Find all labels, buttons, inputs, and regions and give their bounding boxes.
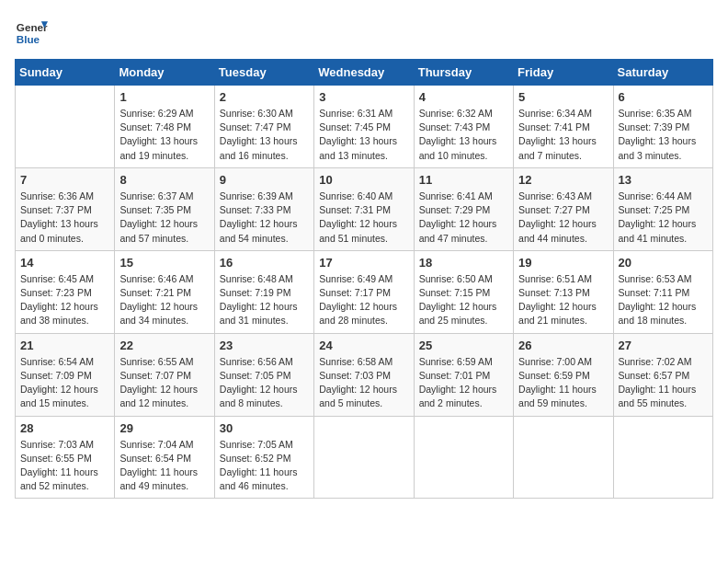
day-info: Sunrise: 6:44 AM Sunset: 7:25 PM Dayligh… <box>619 190 708 246</box>
calendar-cell <box>414 416 513 499</box>
day-number: 2 <box>220 90 309 104</box>
calendar-week-4: 21Sunrise: 6:54 AM Sunset: 7:09 PM Dayli… <box>16 333 713 416</box>
day-info: Sunrise: 6:39 AM Sunset: 7:33 PM Dayligh… <box>220 190 309 246</box>
calendar-header: SundayMondayTuesdayWednesdayThursdayFrid… <box>16 60 713 86</box>
day-number: 8 <box>119 173 209 187</box>
calendar-cell: 15Sunrise: 6:46 AM Sunset: 7:21 PM Dayli… <box>115 250 214 333</box>
day-number: 25 <box>419 339 508 352</box>
calendar-cell: 19Sunrise: 6:51 AM Sunset: 7:13 PM Dayli… <box>514 250 613 333</box>
weekday-sunday: Sunday <box>16 60 115 86</box>
day-info: Sunrise: 6:34 AM Sunset: 7:41 PM Dayligh… <box>518 107 608 163</box>
weekday-thursday: Thursday <box>414 60 513 86</box>
day-info: Sunrise: 6:40 AM Sunset: 7:31 PM Dayligh… <box>319 190 408 246</box>
day-info: Sunrise: 6:29 AM Sunset: 7:48 PM Dayligh… <box>119 107 209 163</box>
day-number: 7 <box>20 173 109 187</box>
calendar-cell: 18Sunrise: 6:50 AM Sunset: 7:15 PM Dayli… <box>414 250 513 333</box>
day-info: Sunrise: 6:32 AM Sunset: 7:43 PM Dayligh… <box>419 107 508 163</box>
calendar-cell: 6Sunrise: 6:35 AM Sunset: 7:39 PM Daylig… <box>613 86 712 168</box>
calendar-cell: 30Sunrise: 7:05 AM Sunset: 6:52 PM Dayli… <box>214 416 313 499</box>
calendar-body: 1Sunrise: 6:29 AM Sunset: 7:48 PM Daylig… <box>16 86 713 499</box>
day-info: Sunrise: 6:55 AM Sunset: 7:07 PM Dayligh… <box>119 355 209 411</box>
day-number: 4 <box>419 90 508 104</box>
day-number: 1 <box>119 90 209 104</box>
day-info: Sunrise: 7:04 AM Sunset: 6:54 PM Dayligh… <box>119 438 209 494</box>
day-info: Sunrise: 6:31 AM Sunset: 7:45 PM Dayligh… <box>319 107 408 163</box>
calendar-cell: 12Sunrise: 6:43 AM Sunset: 7:27 PM Dayli… <box>514 167 613 250</box>
day-info: Sunrise: 6:41 AM Sunset: 7:29 PM Dayligh… <box>419 190 508 246</box>
day-number: 30 <box>220 421 309 435</box>
day-info: Sunrise: 6:53 AM Sunset: 7:11 PM Dayligh… <box>619 272 708 328</box>
calendar-cell <box>514 416 613 499</box>
day-info: Sunrise: 7:03 AM Sunset: 6:55 PM Dayligh… <box>20 438 109 494</box>
calendar-cell: 13Sunrise: 6:44 AM Sunset: 7:25 PM Dayli… <box>613 167 712 250</box>
day-number: 21 <box>20 339 109 352</box>
calendar-cell: 27Sunrise: 7:02 AM Sunset: 6:57 PM Dayli… <box>613 333 712 416</box>
day-number: 26 <box>518 339 608 352</box>
day-info: Sunrise: 6:48 AM Sunset: 7:19 PM Dayligh… <box>220 272 309 328</box>
calendar-cell <box>613 416 712 499</box>
day-number: 15 <box>119 256 209 270</box>
calendar-cell: 29Sunrise: 7:04 AM Sunset: 6:54 PM Dayli… <box>115 416 214 499</box>
calendar-cell: 9Sunrise: 6:39 AM Sunset: 7:33 PM Daylig… <box>214 167 313 250</box>
day-info: Sunrise: 6:37 AM Sunset: 7:35 PM Dayligh… <box>119 190 209 246</box>
weekday-monday: Monday <box>115 60 214 86</box>
calendar-week-1: 1Sunrise: 6:29 AM Sunset: 7:48 PM Daylig… <box>16 86 713 168</box>
calendar-cell: 25Sunrise: 6:59 AM Sunset: 7:01 PM Dayli… <box>414 333 513 416</box>
day-info: Sunrise: 6:51 AM Sunset: 7:13 PM Dayligh… <box>518 272 608 328</box>
calendar-cell: 17Sunrise: 6:49 AM Sunset: 7:17 PM Dayli… <box>314 250 414 333</box>
calendar-cell: 26Sunrise: 7:00 AM Sunset: 6:59 PM Dayli… <box>514 333 613 416</box>
day-number: 11 <box>419 173 508 187</box>
calendar-cell: 3Sunrise: 6:31 AM Sunset: 7:45 PM Daylig… <box>314 86 414 168</box>
calendar-cell: 23Sunrise: 6:56 AM Sunset: 7:05 PM Dayli… <box>214 333 313 416</box>
calendar-cell: 1Sunrise: 6:29 AM Sunset: 7:48 PM Daylig… <box>115 86 214 168</box>
calendar-cell <box>16 86 115 168</box>
calendar-cell: 7Sunrise: 6:36 AM Sunset: 7:37 PM Daylig… <box>16 167 115 250</box>
calendar-cell <box>314 416 414 499</box>
day-number: 24 <box>319 339 408 352</box>
day-number: 27 <box>619 339 708 352</box>
day-number: 22 <box>119 339 209 352</box>
day-number: 9 <box>220 173 309 187</box>
day-info: Sunrise: 6:56 AM Sunset: 7:05 PM Dayligh… <box>220 355 309 411</box>
calendar-cell: 5Sunrise: 6:34 AM Sunset: 7:41 PM Daylig… <box>514 86 613 168</box>
calendar-cell: 11Sunrise: 6:41 AM Sunset: 7:29 PM Dayli… <box>414 167 513 250</box>
calendar-cell: 2Sunrise: 6:30 AM Sunset: 7:47 PM Daylig… <box>214 86 313 168</box>
day-info: Sunrise: 6:36 AM Sunset: 7:37 PM Dayligh… <box>20 190 109 246</box>
day-number: 14 <box>20 256 109 270</box>
weekday-friday: Friday <box>514 60 613 86</box>
calendar-week-2: 7Sunrise: 6:36 AM Sunset: 7:37 PM Daylig… <box>16 167 713 250</box>
logo: General Blue <box>15 15 48 48</box>
svg-text:Blue: Blue <box>17 33 40 45</box>
day-info: Sunrise: 7:02 AM Sunset: 6:57 PM Dayligh… <box>619 355 708 411</box>
day-info: Sunrise: 6:35 AM Sunset: 7:39 PM Dayligh… <box>619 107 708 163</box>
calendar-cell: 21Sunrise: 6:54 AM Sunset: 7:09 PM Dayli… <box>16 333 115 416</box>
calendar-cell: 16Sunrise: 6:48 AM Sunset: 7:19 PM Dayli… <box>214 250 313 333</box>
calendar-cell: 14Sunrise: 6:45 AM Sunset: 7:23 PM Dayli… <box>16 250 115 333</box>
weekday-wednesday: Wednesday <box>314 60 414 86</box>
day-number: 28 <box>20 421 109 435</box>
day-info: Sunrise: 6:43 AM Sunset: 7:27 PM Dayligh… <box>518 190 608 246</box>
day-number: 17 <box>319 256 408 270</box>
calendar-cell: 10Sunrise: 6:40 AM Sunset: 7:31 PM Dayli… <box>314 167 414 250</box>
day-info: Sunrise: 6:49 AM Sunset: 7:17 PM Dayligh… <box>319 272 408 328</box>
day-number: 19 <box>518 256 608 270</box>
day-info: Sunrise: 6:50 AM Sunset: 7:15 PM Dayligh… <box>419 272 508 328</box>
day-number: 6 <box>619 90 708 104</box>
calendar-week-5: 28Sunrise: 7:03 AM Sunset: 6:55 PM Dayli… <box>16 416 713 499</box>
calendar-cell: 20Sunrise: 6:53 AM Sunset: 7:11 PM Dayli… <box>613 250 712 333</box>
calendar-cell: 8Sunrise: 6:37 AM Sunset: 7:35 PM Daylig… <box>115 167 214 250</box>
page-header: General Blue <box>15 15 713 48</box>
day-info: Sunrise: 6:58 AM Sunset: 7:03 PM Dayligh… <box>319 355 408 411</box>
weekday-row: SundayMondayTuesdayWednesdayThursdayFrid… <box>16 60 713 86</box>
calendar-table: SundayMondayTuesdayWednesdayThursdayFrid… <box>15 59 713 499</box>
day-number: 16 <box>220 256 309 270</box>
day-number: 20 <box>619 256 708 270</box>
day-number: 23 <box>220 339 309 352</box>
day-number: 12 <box>518 173 608 187</box>
day-number: 13 <box>619 173 708 187</box>
day-info: Sunrise: 6:54 AM Sunset: 7:09 PM Dayligh… <box>20 355 109 411</box>
weekday-saturday: Saturday <box>613 60 712 86</box>
day-number: 18 <box>419 256 508 270</box>
calendar-cell: 24Sunrise: 6:58 AM Sunset: 7:03 PM Dayli… <box>314 333 414 416</box>
day-info: Sunrise: 7:00 AM Sunset: 6:59 PM Dayligh… <box>518 355 608 411</box>
